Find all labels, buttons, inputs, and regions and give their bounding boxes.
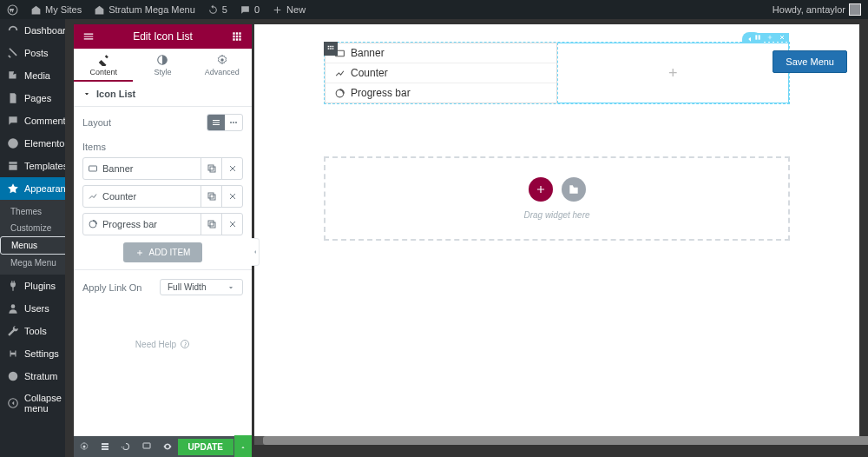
remove-icon[interactable] [221, 214, 242, 235]
svg-rect-17 [208, 221, 214, 226]
apply-link-select[interactable]: Full Width [160, 279, 243, 295]
svg-rect-16 [210, 222, 215, 228]
navigator-icon[interactable] [95, 441, 115, 452]
add-template-button[interactable] [562, 177, 586, 202]
list-item: Progress bar [326, 83, 556, 103]
section[interactable]: Banner Counter Progress bar + [324, 42, 790, 104]
section-handle-icon[interactable] [324, 42, 338, 56]
howdy-user[interactable]: Howdy, anntaylor [773, 3, 861, 16]
menu-icon[interactable] [74, 30, 103, 43]
panel-title: Edit Icon List [103, 30, 222, 43]
tab-content[interactable]: Content [74, 49, 133, 82]
add-column-icon [766, 34, 773, 41]
panel-body: Icon List Layout Items Banner Counter [74, 82, 252, 436]
editor-canvas: Banner Counter Progress bar + Drag widge… [254, 24, 859, 445]
history-icon[interactable] [115, 441, 136, 452]
column-left[interactable]: Banner Counter Progress bar [325, 43, 557, 103]
svg-point-18 [181, 341, 189, 348]
panel-collapse-icon[interactable] [251, 238, 260, 266]
mega-menu-overlay: ✕ Save Menu Edit Icon List Content Style… [65, 19, 868, 457]
svg-point-8 [233, 122, 234, 123]
responsive-icon[interactable] [136, 441, 157, 452]
svg-point-3 [9, 372, 18, 381]
counter-icon [83, 191, 102, 202]
update-options-icon[interactable] [234, 435, 252, 457]
tab-advanced[interactable]: Advanced [193, 49, 252, 82]
duplicate-icon[interactable] [201, 158, 221, 179]
add-item-button[interactable]: ADD ITEM [123, 242, 203, 262]
item-banner[interactable]: Banner [82, 157, 243, 180]
svg-rect-10 [89, 166, 97, 171]
need-help[interactable]: Need Help [74, 304, 252, 384]
site-name[interactable]: Stratum Mega Menu [94, 4, 195, 16]
settings-icon[interactable] [74, 441, 95, 452]
elementor-panel: Edit Icon List Content Style Advanced Ic… [74, 24, 252, 457]
close-icon[interactable]: ✕ [837, 24, 852, 47]
drag-widget-label: Drag widget here [523, 210, 589, 220]
svg-rect-20 [143, 443, 150, 448]
svg-point-2 [11, 304, 16, 308]
panel-footer: UPDATE [74, 436, 252, 457]
horizontal-scrollbar[interactable] [254, 436, 859, 445]
svg-point-6 [220, 58, 224, 62]
avatar [849, 3, 861, 16]
panel-header: Edit Icon List [74, 24, 252, 49]
banner-icon [83, 163, 102, 174]
svg-point-7 [230, 122, 232, 123]
svg-rect-24 [759, 35, 760, 39]
svg-point-9 [235, 122, 237, 123]
column-right[interactable]: + [557, 43, 790, 103]
comments-count[interactable]: 0 [240, 4, 260, 16]
my-sites[interactable]: My Sites [30, 4, 82, 16]
wp-logo[interactable] [7, 4, 18, 16]
widgets-icon[interactable] [222, 30, 252, 43]
duplicate-icon[interactable] [201, 186, 221, 207]
new-content[interactable]: New [272, 4, 306, 16]
items-label: Items [74, 138, 252, 157]
layout-label: Layout [82, 117, 111, 128]
section-icon-list[interactable]: Icon List [74, 82, 252, 107]
svg-point-1 [8, 138, 18, 149]
updates[interactable]: 5 [207, 4, 227, 16]
control-layout: Layout [74, 107, 252, 138]
list-item: Banner [326, 43, 556, 63]
svg-rect-23 [755, 35, 757, 39]
layout-toggle[interactable] [207, 114, 243, 131]
add-widget-icon[interactable]: + [668, 64, 678, 83]
svg-point-19 [82, 446, 85, 448]
column-icon [754, 34, 761, 41]
column-controls[interactable] [751, 33, 789, 42]
new-section-dropzone[interactable]: Drag widget here [324, 156, 790, 241]
svg-rect-14 [208, 193, 214, 198]
save-menu-button[interactable]: Save Menu [773, 50, 847, 73]
add-section-button[interactable] [529, 177, 553, 202]
layout-list-icon[interactable] [207, 115, 225, 130]
duplicate-icon[interactable] [201, 214, 221, 235]
item-counter[interactable]: Counter [82, 185, 243, 208]
svg-rect-11 [210, 167, 215, 172]
wp-admin-bar: My Sites Stratum Mega Menu 5 0 New Howdy… [0, 0, 868, 19]
progress-icon [83, 219, 102, 229]
apply-link-label: Apply Link On [82, 282, 141, 293]
svg-rect-12 [208, 165, 214, 170]
item-progress-bar[interactable]: Progress bar [82, 213, 243, 235]
svg-rect-13 [210, 195, 215, 200]
remove-icon[interactable] [221, 158, 242, 179]
control-apply-link: Apply Link On Full Width [74, 269, 252, 304]
update-button[interactable]: UPDATE [178, 439, 233, 455]
preview-icon[interactable] [157, 441, 178, 452]
remove-icon[interactable] [221, 186, 242, 207]
panel-tabs: Content Style Advanced [74, 49, 252, 82]
tab-style[interactable]: Style [133, 49, 192, 82]
list-item: Counter [326, 63, 556, 83]
layout-inline-icon[interactable] [225, 115, 242, 130]
close-column-icon [779, 34, 786, 41]
